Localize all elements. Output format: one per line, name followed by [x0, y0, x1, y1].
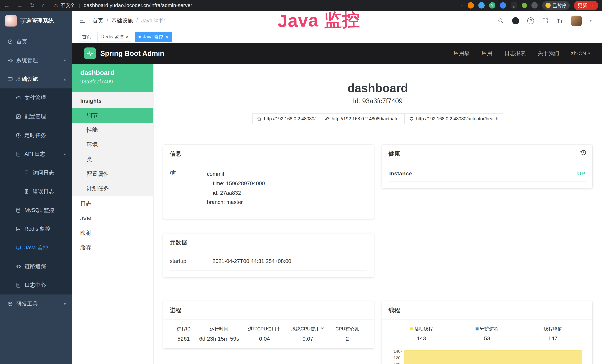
- font-size-icon[interactable]: Tт: [557, 18, 563, 24]
- user-avatar[interactable]: [571, 16, 582, 26]
- bookmark-star-icon[interactable]: ☆: [461, 4, 463, 7]
- close-icon[interactable]: ×: [126, 35, 129, 39]
- dashboard-icon: [7, 39, 13, 44]
- sidebar-item-mysql-monitor[interactable]: MySQL 监控: [0, 201, 72, 220]
- gear-icon: [7, 58, 13, 63]
- tags-view: 首页 Redis 监控 × Java 监控 ×: [72, 31, 602, 43]
- browser-nav: ← → ↻ ⌂: [4, 3, 45, 8]
- breadcrumb-section[interactable]: 基础设施: [111, 17, 133, 24]
- forward-icon[interactable]: →: [17, 3, 23, 8]
- menu-item-scheduled-tasks[interactable]: 计划任务: [72, 181, 153, 196]
- menu-item-environment[interactable]: 环境: [72, 137, 153, 152]
- app-logo[interactable]: 芋道管理系统: [0, 11, 72, 31]
- extension-blue-drop-icon[interactable]: [478, 2, 485, 9]
- link-health-url[interactable]: http://192.168.0.2:48080/actuator/health: [404, 114, 503, 124]
- threads-card-body: 活动线程 143 守护进程 53: [382, 320, 592, 364]
- info-row-git: git commit: time: 1596289704000 id: 27aa…: [170, 169, 367, 212]
- extension-switch-icon[interactable]: on: [511, 2, 517, 9]
- paused-badge[interactable]: 已暂停: [542, 1, 570, 10]
- sidebar-item-config-manage[interactable]: 配置管理: [0, 107, 72, 126]
- hamburger-icon[interactable]: [79, 17, 86, 24]
- link-actuator-url[interactable]: http://192.168.0.2:48080/actuator: [320, 114, 405, 124]
- fullscreen-icon[interactable]: [542, 18, 548, 24]
- menu-item-label: 类: [86, 156, 92, 163]
- extension-dark-icon[interactable]: [531, 2, 538, 9]
- menu-item-mappings[interactable]: 映射: [72, 226, 153, 240]
- sidebar-item-infra[interactable]: 基础设施 ▴: [0, 70, 72, 88]
- menu-item-config-properties[interactable]: 配置属性: [72, 167, 153, 181]
- menu-item-logs[interactable]: 日志: [72, 196, 153, 211]
- menu-item-label: JVM: [80, 215, 91, 222]
- sidebar-item-api-log[interactable]: API 日志 ▴: [0, 145, 72, 163]
- extension-grid-icon[interactable]: [500, 2, 506, 9]
- sidebar-item-redis-monitor[interactable]: Redis 监控: [0, 220, 72, 238]
- sidebar-item-system[interactable]: 系统管理 ▾: [0, 51, 72, 70]
- eye-icon: [16, 264, 21, 269]
- process-col-label: CPU核心数: [328, 326, 367, 332]
- sba-brand[interactable]: Spring Boot Admin: [100, 50, 164, 57]
- legend-label: 守护进程: [480, 326, 499, 332]
- instance-header[interactable]: dashboard 93a3fc7f7409: [72, 64, 153, 92]
- nav-journal[interactable]: 日志报表: [504, 50, 526, 57]
- close-icon[interactable]: ×: [166, 35, 168, 39]
- sidebar-item-home[interactable]: 首页: [0, 32, 72, 51]
- extension-vue-icon[interactable]: V: [489, 2, 495, 9]
- menu-item-performance[interactable]: 性能: [72, 123, 153, 137]
- link-root-url[interactable]: http://192.168.0.2:48080/: [252, 114, 320, 124]
- nav-applications[interactable]: 应用: [482, 50, 493, 57]
- github-icon[interactable]: [512, 17, 519, 24]
- language-select[interactable]: zh-CN ▾: [571, 50, 590, 57]
- nav-wallboard[interactable]: 应用墙: [454, 50, 470, 57]
- sidebar-item-dev-tools[interactable]: 研发工具 ▾: [0, 294, 72, 313]
- y-tick: 120: [394, 355, 400, 360]
- threads-card-title: 线程: [382, 301, 592, 320]
- browser-home-icon[interactable]: ⌂: [42, 3, 45, 8]
- user-menu-caret-icon[interactable]: ▾: [590, 19, 592, 23]
- sidebar-item-label: 配置管理: [24, 113, 46, 120]
- reload-icon[interactable]: ↻: [30, 3, 35, 8]
- tab-redis-monitor[interactable]: Redis 监控 ×: [97, 32, 132, 42]
- history-icon[interactable]: [580, 149, 587, 156]
- nav-about[interactable]: 关于我们: [538, 50, 559, 57]
- search-icon[interactable]: [498, 18, 504, 24]
- menu-item-classes[interactable]: 类: [72, 152, 153, 167]
- breadcrumb-home[interactable]: 首页: [93, 17, 103, 24]
- sidebar-item-label: 首页: [16, 38, 27, 45]
- process-col-value: 0.04: [241, 336, 288, 342]
- process-col-label: 运行时间: [197, 326, 241, 332]
- menu-item-jvm[interactable]: JVM: [72, 211, 153, 226]
- sidebar-item-access-log[interactable]: 访问日志: [0, 163, 72, 182]
- extension-orange-icon[interactable]: [468, 2, 474, 9]
- tab-home[interactable]: 首页: [78, 32, 95, 42]
- address-bar[interactable]: ⚠ 不安全 | dashboard.yudao.iocoder.cn/infra…: [54, 2, 192, 9]
- sidebar-item-java-monitor[interactable]: Java 监控: [0, 238, 72, 257]
- sidebar-item-label: 链路追踪: [24, 263, 46, 270]
- sidebar-item-log-center[interactable]: 日志中心: [0, 276, 72, 294]
- infra-submenu: 文件管理 配置管理 定时任务 API 日志 ▴ 访问日志: [0, 88, 72, 294]
- help-icon[interactable]: ?: [527, 17, 534, 24]
- sidebar-item-scheduled-job[interactable]: 定时任务: [0, 126, 72, 145]
- sidebar-item-label: 访问日志: [33, 169, 54, 177]
- update-button[interactable]: 更新 ⋮: [574, 1, 598, 10]
- back-icon[interactable]: ←: [4, 3, 10, 8]
- extension-green-icon[interactable]: [522, 3, 527, 8]
- process-col-cpu-cores: CPU核心数 2: [328, 326, 367, 342]
- instance-name: dashboard: [80, 69, 153, 77]
- page-subtitle: Id: 93a3fc7f7409: [153, 97, 602, 105]
- cards-row-2: 元数据 startup 2021-04-27T00:44:31.254+08:0…: [163, 234, 592, 277]
- menu-item-details[interactable]: 细节: [72, 108, 153, 123]
- sidebar-item-label: 错误日志: [33, 188, 54, 195]
- sidebar-item-label: API 日志: [24, 150, 45, 158]
- menu-item-label: 映射: [80, 229, 91, 237]
- sidebar-item-file-manage[interactable]: 文件管理: [0, 88, 72, 107]
- chart-area-active-threads: [404, 350, 582, 364]
- tab-java-monitor[interactable]: Java 监控 ×: [135, 32, 172, 42]
- heart-icon: [409, 116, 414, 121]
- sidebar-item-tracing[interactable]: 链路追踪: [0, 257, 72, 276]
- browser-menu-icon[interactable]: ⋮: [590, 3, 595, 8]
- menu-item-caches[interactable]: 缓存: [72, 240, 153, 255]
- chevron-up-icon: ▴: [64, 152, 66, 157]
- process-col-process-cpu: 进程CPU使用率 0.04: [241, 326, 288, 342]
- metadata-card-title: 元数据: [163, 234, 374, 252]
- sidebar-item-error-log[interactable]: 错误日志: [0, 182, 72, 201]
